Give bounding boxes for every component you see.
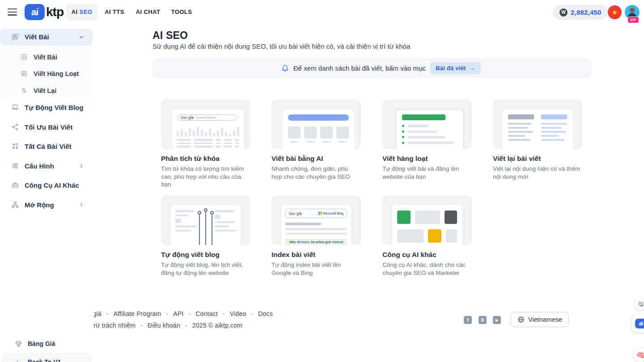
swap-arrows-icon (20, 87, 28, 94)
sidebar-item-mo-rong[interactable]: Mở Rộng (0, 196, 93, 214)
sidebar-item-tat-ca-bai-viet[interactable]: Tất Cả Bài Viết (0, 137, 93, 155)
chevron-down-icon (78, 34, 85, 40)
optimize-nodes-icon (11, 123, 19, 131)
card-title: Tự động viết blog (161, 251, 250, 259)
sidebar-item-back-to-v1[interactable]: Back To V1 (0, 354, 93, 362)
indexed-banner: After 48 hours, the article gets indexed (285, 239, 347, 245)
footer-links-row2: Miễn trừ trách nhiệm - Điều khoản - 2025… (76, 322, 242, 329)
footer-link-api[interactable]: API (173, 310, 183, 317)
sidebar-item-cong-cu-ai-khac[interactable]: Công Cụ AI Khác (0, 176, 93, 194)
rewritten-text-column (541, 114, 567, 144)
card-other-ai-tools[interactable]: Công cụ AI khác Công cụ AI khác, dành ch… (382, 196, 472, 277)
credits-counter[interactable]: W 2,882,450 (553, 5, 608, 20)
bulk-writing-thumbnail[interactable] (382, 100, 472, 149)
vip-badge: VIP (627, 17, 639, 23)
sidebar-group-viet-bai[interactable]: Viết Bài (0, 29, 93, 45)
brain-fab[interactable]: 🧠 (634, 348, 644, 362)
globe-icon (517, 316, 525, 323)
sidebar-subpanel: Viết Bài Viết Hàng Loạt Viết Lại (0, 45, 93, 99)
card-title: Phân tích từ khóa (161, 155, 250, 163)
tab-ai-seo[interactable]: AI SEO (66, 4, 97, 21)
google-logo: Google (181, 115, 194, 120)
card-description: Tự động index bài viết lên Google và Bin… (271, 261, 360, 277)
right-text-column (215, 210, 236, 234)
logo-dot (38, 7, 40, 9)
x-twitter-icon[interactable]: X (479, 316, 487, 324)
tab-ai-chat[interactable]: AI CHAT (134, 4, 162, 21)
chevron-right-icon (78, 202, 85, 208)
top-navbar: ai ktp AI SEO AI TTS AI CHAT TOOLS W 2,8… (0, 0, 644, 25)
index-article-thumbnail[interactable]: Google Microsoft Bing After 48 hours, th… (271, 196, 361, 245)
aiktp-logo[interactable]: ai ktp (25, 4, 64, 20)
card-title: Viết hàng loạt (382, 155, 472, 163)
list-view-icon (638, 301, 644, 307)
footer-link-contact[interactable]: Contact (195, 310, 218, 317)
auto-blog-thumbnail[interactable] (161, 196, 250, 245)
card-write-with-ai[interactable]: Step 1 Step 2 Step 3 Step 4 Viết bài bằn… (271, 100, 361, 181)
youtube-icon[interactable]: ▶ (493, 316, 501, 324)
grid-icon (11, 142, 19, 150)
card-title: Công cụ AI khác (382, 251, 472, 259)
progress-bar-graphic (288, 114, 349, 121)
green-title-bar-graphic (402, 114, 445, 120)
sidebar-item-viet-hang-loat[interactable]: Viết Hàng Loạt (0, 65, 93, 82)
facebook-icon[interactable]: f (464, 316, 472, 324)
card-keyword-analysis[interactable]: Google Keyword Planner Phân tích từ khóa… (161, 100, 250, 189)
notice-text: Để xem danh sách bài đã viết, bấm vào mụ… (293, 64, 426, 72)
left-text-column (175, 210, 197, 234)
microsoft-bing-logo: Microsoft Bing (318, 212, 343, 215)
arrow-right-icon: → (469, 65, 475, 72)
sidebar-item-bang-gia[interactable]: Bảng Giá (0, 336, 93, 352)
language-label: Vietnamese (528, 316, 562, 323)
card-description: Tìm từ khóa có lượng tìm kiếm cao, phù h… (161, 165, 250, 189)
sidebar: Viết Bài Viết Bài Viết Hàng Loạt Viết Lạ… (0, 25, 94, 362)
aiktp-app: AI SEO Sử dụng AI để cải thiện nội dung … (0, 0, 644, 362)
footer-links-row1: Bảng giá - Affiliate Program - API - Con… (76, 310, 273, 317)
sidebar-item-tu-dong-viet-blog[interactable]: Tự Động Viết Blog (0, 98, 93, 116)
chevron-right-icon (78, 163, 85, 169)
notice-bar: Để xem danh sách bài đã viết, bấm vào mụ… (153, 59, 591, 78)
sliders-icon (11, 162, 19, 170)
credits-value: 2,882,450 (571, 8, 602, 16)
bell-icon (281, 64, 289, 72)
footer-link-docs[interactable]: Docs (258, 310, 273, 317)
footer-link-affiliate[interactable]: Affiliate Program (114, 310, 161, 317)
google-logo: Google (289, 211, 302, 216)
rewrite-article-thumbnail[interactable] (493, 100, 582, 149)
sidebar-item-cau-hinh[interactable]: Cấu Hình (0, 157, 93, 175)
card-index-article[interactable]: Google Microsoft Bing After 48 hours, th… (271, 196, 361, 277)
footer-link-video[interactable]: Video (230, 310, 246, 317)
write-with-ai-thumbnail[interactable]: Step 1 Step 2 Step 3 Step 4 (271, 100, 361, 149)
sidebar-item-viet-lai[interactable]: Viết Lại (0, 82, 93, 99)
main-content: AI SEO Sử dụng AI để cải thiện nội dung … (0, 0, 644, 362)
circuit-pins-graphic (196, 207, 216, 245)
card-title: Viết lại bài viết (493, 155, 582, 163)
card-bulk-writing[interactable]: Viết hàng loạt Tự động viết bài và đăng … (382, 100, 472, 181)
sitemap-icon (11, 201, 19, 209)
sidebar-item-viet-bai[interactable]: Viết Bài (0, 49, 93, 65)
card-auto-blog[interactable]: Tự động viết blog Tự động viết blog, lên… (161, 196, 250, 277)
write-grid-icon (11, 33, 19, 41)
keyword-analysis-thumbnail[interactable]: Google Keyword Planner (161, 100, 250, 149)
card-description: Viết lại nội dung hiện có và thêm nội du… (493, 165, 581, 181)
other-ai-tools-thumbnail[interactable] (382, 196, 472, 245)
vietnam-flag-icon[interactable]: ★ (608, 5, 622, 19)
tab-ai-tts[interactable]: AI TTS (102, 4, 127, 21)
language-selector[interactable]: Vietnamese (511, 312, 569, 327)
footer-link-terms[interactable]: Điều khoản (148, 322, 180, 329)
card-title: Viết bài bằng AI (271, 155, 361, 163)
list-icon (20, 70, 28, 77)
menu-toggle-icon[interactable] (8, 8, 17, 16)
tab-tools[interactable]: TOOLS (169, 4, 194, 21)
page-subtitle: Sử dụng AI để cải thiện nội dung SEO, tố… (153, 42, 410, 50)
card-description: Tự động viết blog, lên lịch viết, đăng t… (161, 261, 250, 277)
steps-graphic: Step 1 Step 2 Step 3 Step 4 (288, 126, 349, 143)
written-articles-button[interactable]: Bài đã viết → (430, 62, 480, 74)
sidebar-item-toi-uu-bai-viet[interactable]: Tối Ưu Bài Viết (0, 118, 93, 136)
card-title: Index bài viết (271, 251, 361, 259)
aiktp-assistant-fab[interactable]: ai (632, 315, 644, 333)
arrow-left-icon (15, 358, 22, 362)
changelog-fab[interactable] (635, 298, 644, 310)
card-rewrite-article[interactable]: Viết lại bài viết Viết lại nội dung hiện… (493, 100, 582, 181)
keyword-volume-bars (177, 126, 239, 136)
